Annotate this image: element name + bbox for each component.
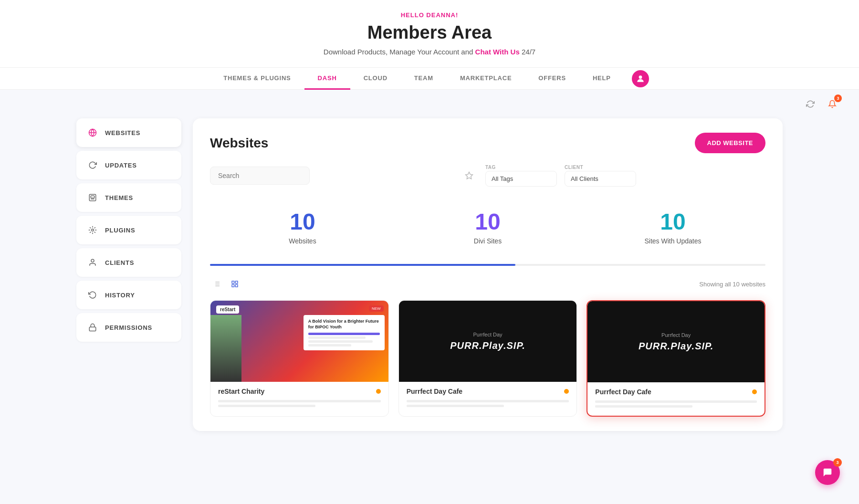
main-layout: WEBSITES UPDATES THEMES PLUGINS CLIENTS xyxy=(0,118,859,431)
card-lines-purr-2 xyxy=(587,400,765,416)
add-website-button[interactable]: ADD WEBSITE xyxy=(695,133,766,153)
sidebar-label-updates: UPDATES xyxy=(105,162,137,169)
website-card-purr-1[interactable]: Purrfect Day PURR.Play.SIP. Purrfect Day… xyxy=(398,300,577,417)
search-input[interactable] xyxy=(210,167,310,185)
svg-rect-18 xyxy=(232,284,234,287)
sidebar: WEBSITES UPDATES THEMES PLUGINS CLIENTS xyxy=(76,118,181,342)
chat-bubble[interactable]: 3 xyxy=(815,460,840,485)
nav-item-dash[interactable]: DASH xyxy=(304,68,350,90)
main-nav: THEMES & PLUGINS DASH CLOUD TEAM MARKETP… xyxy=(0,67,859,89)
updates-icon xyxy=(86,158,99,172)
tag-filter-select[interactable]: All Tags xyxy=(485,171,557,187)
card-footer-purr-2: Purrfect Day Cafe xyxy=(587,382,765,400)
page-header: HELLO DEANNA! Members Area Download Prod… xyxy=(0,0,859,90)
sidebar-item-websites[interactable]: WEBSITES xyxy=(76,118,181,147)
subtitle-prefix: Download Products, Manage Your Account a… xyxy=(324,48,473,56)
svg-point-0 xyxy=(639,75,642,79)
nav-item-themes-plugins[interactable]: THEMES & PLUGINS xyxy=(210,68,304,90)
purr-logo-2: Purrfect Day PURR.Play.SIP. xyxy=(639,332,713,352)
card-status-dot-purr-2 xyxy=(752,389,757,394)
stat-updates-label: Sites With Updates xyxy=(580,237,765,245)
card-status-dot-restart xyxy=(376,389,381,394)
sidebar-item-plugins[interactable]: PLUGINS xyxy=(76,216,181,244)
card-name-purr-1: Purrfect Day Cafe xyxy=(407,388,463,395)
showing-count: Showing all 10 websites xyxy=(699,281,765,288)
card-footer-restart: reStart Charity xyxy=(210,382,388,400)
card-thumbnail-restart: reStart NEW A Bold Vision for a Brighter… xyxy=(210,301,388,382)
permissions-icon xyxy=(86,321,99,334)
progress-bar-fill xyxy=(210,264,515,266)
svg-rect-4 xyxy=(91,196,94,198)
page-subtitle: Download Products, Manage Your Account a… xyxy=(0,48,859,56)
sidebar-item-history[interactable]: HISTORY xyxy=(76,281,181,309)
main-panel: Websites ADD WEBSITE TAG All Tags CLIENT… xyxy=(193,118,783,431)
restart-logo: reStart xyxy=(216,305,239,314)
grid-controls: Showing all 10 websites xyxy=(210,277,765,291)
stat-divi-sites: 10 Divi Sites xyxy=(395,201,580,254)
stat-updates: 10 Sites With Updates xyxy=(580,201,765,254)
clients-icon xyxy=(86,256,99,269)
nav-item-help[interactable]: HELP xyxy=(579,68,624,90)
chat-link[interactable]: Chat With Us xyxy=(475,48,520,56)
sidebar-item-themes[interactable]: THEMES xyxy=(76,183,181,212)
svg-rect-16 xyxy=(232,281,234,284)
favorites-button[interactable] xyxy=(461,167,478,184)
progress-bar-container xyxy=(210,264,765,266)
card-footer-purr-1: Purrfect Day Cafe xyxy=(399,382,577,400)
svg-point-6 xyxy=(92,229,94,231)
notification-bell[interactable]: 3 xyxy=(825,96,840,112)
card-lines-purr-1 xyxy=(399,400,577,415)
nav-item-team[interactable]: TEAM xyxy=(401,68,447,90)
svg-rect-19 xyxy=(235,284,238,287)
card-name-restart: reStart Charity xyxy=(218,388,264,395)
nav-item-offers[interactable]: OFFERS xyxy=(525,68,579,90)
nav-item-marketplace[interactable]: MARKETPLACE xyxy=(447,68,525,90)
card-thumbnail-purr-1: Purrfect Day PURR.Play.SIP. xyxy=(399,301,577,382)
restart-badge: NEW xyxy=(369,305,384,312)
purr-logo-1: Purrfect Day PURR.Play.SIP. xyxy=(450,332,525,351)
stat-websites-label: Websites xyxy=(210,237,395,245)
card-name-purr-2: Purrfect Day Cafe xyxy=(595,388,651,396)
content-header: Websites ADD WEBSITE xyxy=(210,133,765,153)
sidebar-label-permissions: PERMISSIONS xyxy=(105,324,152,331)
filters-row: TAG All Tags CLIENT All Clients xyxy=(210,165,765,187)
sidebar-label-websites: WEBSITES xyxy=(105,129,140,136)
notification-count: 3 xyxy=(834,94,842,102)
sidebar-item-updates[interactable]: UPDATES xyxy=(76,151,181,179)
sidebar-label-themes: THEMES xyxy=(105,194,133,201)
sidebar-label-plugins: PLUGINS xyxy=(105,227,135,234)
hello-greeting: HELLO DEANNA! xyxy=(0,11,859,19)
stat-websites: 10 Websites xyxy=(210,201,395,254)
client-filter-select[interactable]: All Clients xyxy=(565,171,636,187)
content-title: Websites xyxy=(210,136,268,151)
stat-websites-number: 10 xyxy=(210,210,395,233)
client-filter-label: CLIENT xyxy=(565,165,636,170)
toolbar: 3 xyxy=(0,90,859,118)
user-avatar[interactable] xyxy=(632,70,649,87)
refresh-button[interactable] xyxy=(803,96,818,112)
themes-icon xyxy=(86,191,99,204)
website-card-purr-2[interactable]: Purrfect Day PURR.Play.SIP. Purrfect Day… xyxy=(587,300,765,417)
website-cards-grid: reStart NEW A Bold Vision for a Brighter… xyxy=(210,300,765,417)
websites-icon xyxy=(86,126,99,139)
tag-filter-label: TAG xyxy=(485,165,557,170)
plugins-icon xyxy=(86,223,99,237)
svg-marker-9 xyxy=(466,172,473,179)
svg-rect-17 xyxy=(235,281,238,284)
website-card-restart[interactable]: reStart NEW A Bold Vision for a Brighter… xyxy=(210,300,389,417)
sidebar-label-history: HISTORY xyxy=(105,292,135,299)
page-title: Members Area xyxy=(0,22,859,43)
stat-divi-label: Divi Sites xyxy=(395,237,580,245)
view-toggles xyxy=(210,277,241,291)
history-icon xyxy=(86,288,99,302)
sidebar-item-permissions[interactable]: PERMISSIONS xyxy=(76,313,181,342)
svg-rect-8 xyxy=(89,327,96,331)
nav-item-cloud[interactable]: CLOUD xyxy=(350,68,401,90)
card-thumbnail-purr-2: Purrfect Day PURR.Play.SIP. xyxy=(587,301,765,382)
sidebar-item-clients[interactable]: CLIENTS xyxy=(76,248,181,277)
list-view-toggle[interactable] xyxy=(210,277,223,291)
grid-view-toggle[interactable] xyxy=(228,277,241,291)
stat-divi-number: 10 xyxy=(395,210,580,233)
person-image xyxy=(210,315,241,382)
card-status-dot-purr-1 xyxy=(564,389,569,394)
